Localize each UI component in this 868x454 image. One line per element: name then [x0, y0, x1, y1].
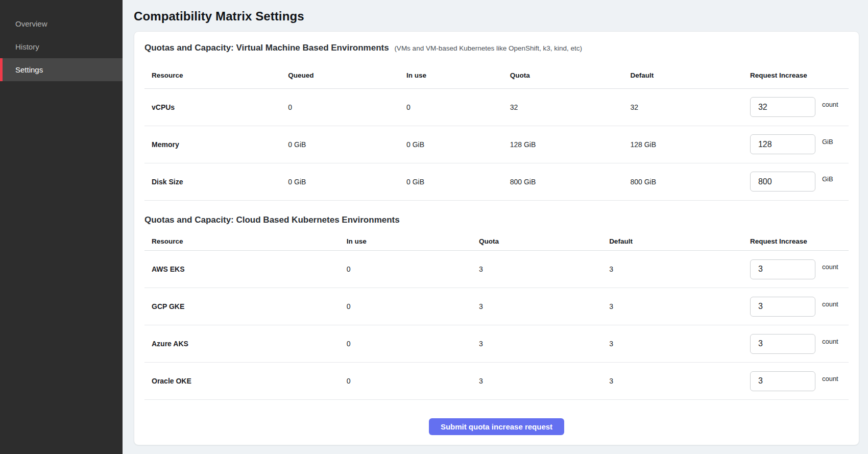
table-row-gcp-gke: GCP GKE 0 3 3 count — [144, 288, 849, 325]
button-row: Submit quota increase request — [144, 418, 849, 435]
default-cell: 3 — [609, 363, 750, 400]
disk-size-request-input[interactable] — [750, 172, 815, 192]
sidebar-item-overview[interactable]: Overview — [0, 12, 123, 35]
unit-label: GiB — [822, 175, 833, 183]
unit-label: GiB — [822, 138, 833, 146]
vm-section-title: Quotas and Capacity: Virtual Machine Bas… — [144, 42, 849, 55]
table-row-memory: Memory 0 GiB 0 GiB 128 GiB 128 GiB GiB — [144, 126, 849, 163]
column-header-quota: Quota — [479, 232, 609, 251]
in-use-cell: 0 GiB — [406, 163, 510, 200]
queued-cell: 0 GiB — [288, 163, 406, 200]
column-header-in-use: In use — [347, 232, 479, 251]
vm-quota-table: Resource Queued In use Quota Default Req… — [144, 63, 849, 201]
active-accent-bar — [0, 58, 3, 81]
k8s-quota-table: Resource In use Quota Default Request In… — [144, 232, 849, 400]
default-cell: 3 — [609, 325, 750, 363]
default-cell: 3 — [609, 251, 750, 288]
aws-eks-request-input[interactable] — [750, 259, 815, 279]
column-header-queued: Queued — [288, 63, 406, 88]
resource-cell: Memory — [144, 126, 288, 163]
resource-cell: vCPUs — [144, 88, 288, 126]
in-use-cell: 0 — [347, 251, 479, 288]
column-header-resource: Resource — [144, 232, 347, 251]
main-content: Compatibility Matrix Settings Quotas and… — [123, 0, 868, 454]
quota-cell: 128 GiB — [510, 126, 631, 163]
in-use-cell: 0 — [347, 325, 479, 363]
vm-section-title-text: Quotas and Capacity: Virtual Machine Bas… — [144, 43, 389, 53]
column-header-resource: Resource — [144, 63, 288, 88]
unit-label: count — [822, 375, 838, 383]
table-row-aws-eks: AWS EKS 0 3 3 count — [144, 251, 849, 288]
vm-table-header-row: Resource Queued In use Quota Default Req… — [144, 63, 849, 88]
column-header-default: Default — [630, 63, 750, 88]
submit-quota-increase-button[interactable]: Submit quota increase request — [429, 418, 564, 435]
memory-request-input[interactable] — [750, 134, 815, 154]
quota-cell: 3 — [479, 251, 609, 288]
request-increase-cell: GiB — [750, 163, 849, 200]
table-row-azure-aks: Azure AKS 0 3 3 count — [144, 325, 849, 363]
sidebar-item-label: History — [15, 42, 39, 51]
quotas-card: Quotas and Capacity: Virtual Machine Bas… — [134, 31, 859, 445]
in-use-cell: 0 — [406, 88, 510, 126]
column-header-request-increase: Request Increase — [750, 232, 849, 251]
unit-label: count — [822, 300, 838, 308]
request-increase-cell: GiB — [750, 126, 849, 163]
request-increase-cell: count — [750, 325, 849, 363]
request-increase-cell: count — [750, 363, 849, 400]
quota-cell: 3 — [479, 288, 609, 325]
queued-cell: 0 GiB — [288, 126, 406, 163]
resource-cell: Azure AKS — [144, 325, 347, 363]
resource-cell: AWS EKS — [144, 251, 347, 288]
default-cell: 128 GiB — [630, 126, 750, 163]
k8s-section-title: Quotas and Capacity: Cloud Based Kuberne… — [144, 214, 849, 226]
request-increase-cell: count — [750, 288, 849, 325]
unit-label: count — [822, 338, 838, 345]
table-row-oracle-oke: Oracle OKE 0 3 3 count — [144, 363, 849, 400]
table-row-disk-size: Disk Size 0 GiB 0 GiB 800 GiB 800 GiB Gi… — [144, 163, 849, 200]
column-header-default: Default — [609, 232, 750, 251]
quota-cell: 3 — [479, 363, 609, 400]
quota-cell: 3 — [479, 325, 609, 363]
page-title: Compatibility Matrix Settings — [134, 9, 859, 23]
quota-cell: 800 GiB — [510, 163, 631, 200]
column-header-request-increase: Request Increase — [750, 63, 849, 88]
request-increase-cell: count — [750, 251, 849, 288]
table-row-vcpus: vCPUs 0 0 32 32 count — [144, 88, 849, 126]
oracle-oke-request-input[interactable] — [750, 371, 815, 391]
resource-cell: GCP GKE — [144, 288, 347, 325]
queued-cell: 0 — [288, 88, 406, 126]
in-use-cell: 0 — [347, 288, 479, 325]
azure-aks-request-input[interactable] — [750, 334, 815, 354]
default-cell: 800 GiB — [630, 163, 750, 200]
column-header-quota: Quota — [510, 63, 631, 88]
resource-cell: Oracle OKE — [144, 363, 347, 400]
sidebar-item-settings[interactable]: Settings — [0, 58, 123, 81]
sidebar: Overview History Settings — [0, 0, 123, 454]
resource-cell: Disk Size — [144, 163, 288, 200]
request-increase-cell: count — [750, 88, 849, 126]
in-use-cell: 0 — [347, 363, 479, 400]
default-cell: 32 — [630, 88, 750, 126]
sidebar-item-label: Overview — [15, 19, 47, 28]
quota-cell: 32 — [510, 88, 631, 126]
column-header-in-use: In use — [406, 63, 510, 88]
unit-label: count — [822, 263, 838, 271]
default-cell: 3 — [609, 288, 750, 325]
sidebar-item-history[interactable]: History — [0, 35, 123, 58]
vcpus-request-input[interactable] — [750, 97, 815, 117]
vm-section-subtitle: (VMs and VM-based Kubernetes like OpenSh… — [394, 44, 582, 52]
gcp-gke-request-input[interactable] — [750, 297, 815, 317]
k8s-table-header-row: Resource In use Quota Default Request In… — [144, 232, 849, 251]
unit-label: count — [822, 101, 838, 108]
in-use-cell: 0 GiB — [406, 126, 510, 163]
sidebar-item-label: Settings — [15, 65, 43, 74]
